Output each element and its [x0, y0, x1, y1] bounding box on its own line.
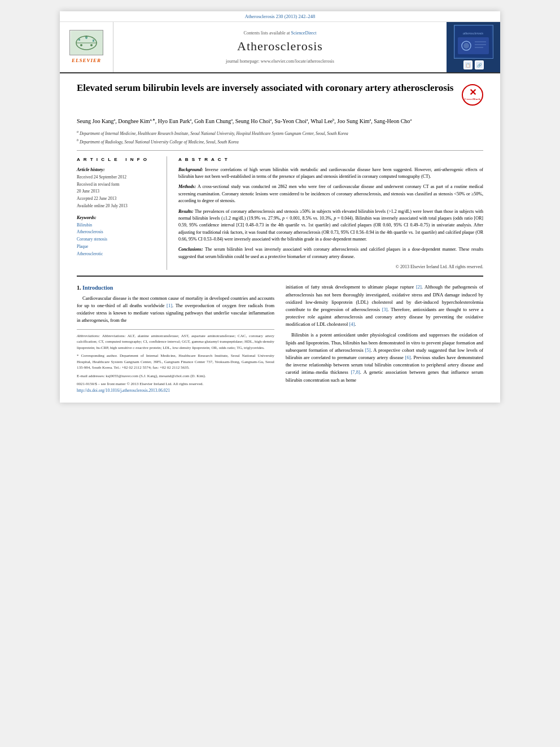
abstract-results: Results: The prevalences of coronary ath… — [178, 208, 483, 243]
keyword-coronary-stenosis[interactable]: Coronary stenosis — [77, 236, 160, 243]
science-direct-line: Contents lists available at ScienceDirec… — [244, 30, 317, 36]
elsevier-logo: ELSEVIER — [69, 30, 103, 64]
keywords-group: Keywords: Bilirubin Atherosclerosis Coro… — [77, 215, 160, 258]
article-info-column: A R T I C L E I N F O Article history: R… — [77, 156, 167, 270]
revised-date-2: 20 June 2013 — [77, 188, 160, 195]
crossmark-x: ✕ — [469, 88, 476, 97]
keywords-list: Bilirubin Atherosclerosis Coronary steno… — [77, 222, 160, 258]
journal-cover-area: atherosclerosis 📋 — [447, 22, 500, 72]
intro-para1: Cardiovascular disease is the most commo… — [77, 295, 274, 325]
received-date: Received 24 September 2012 — [77, 174, 160, 181]
crossmark-label: CrossMark — [465, 97, 481, 101]
intro-section-num: 1. Introduction — [77, 283, 274, 292]
svg-text:🔗: 🔗 — [476, 63, 482, 68]
body-section: 1. Introduction Cardiovascular disease i… — [77, 276, 483, 394]
article-info-header: A R T I C L E I N F O — [77, 156, 160, 163]
keywords-label: Keywords: — [77, 215, 160, 221]
svg-point-5 — [90, 44, 93, 46]
abstract-background: Background: Inverse correlations of high… — [178, 167, 483, 181]
affiliations: a Department of Internal Medicine, Healt… — [77, 129, 483, 145]
accepted-date: Accepted 22 June 2013 — [77, 195, 160, 203]
abstract-header: A B S T R A C T — [178, 156, 483, 163]
science-direct-link[interactable]: ScienceDirect — [291, 30, 317, 36]
keyword-atherosclerotic[interactable]: Atherosclerotic — [77, 251, 160, 258]
crossmark-badge: ✕ CrossMark — [462, 84, 483, 106]
abbrev-label: Abbreviations: — [77, 334, 100, 338]
issn-line: 0021-9150/$ – see front matter © 2013 El… — [77, 381, 274, 387]
ref-7-8[interactable]: [7,8] — [351, 369, 360, 375]
email-text: E-mail addresses: ksj0055@naver.com (S.J… — [77, 374, 206, 378]
journal-citation: Atherosclerosis 230 (2013) 242–248 — [245, 14, 315, 19]
authors-section: Seung Joo Kanga, Donghee Kima,∗, Hyo Eun… — [77, 117, 483, 126]
authors-text: Seung Joo Kanga, Donghee Kima,∗, Hyo Eun… — [77, 118, 412, 124]
intro-para3: Bilirubin is a potent antioxidant under … — [286, 331, 483, 383]
ref-2[interactable]: [2] — [416, 284, 422, 290]
corresponding-footnote: * Corresponding author. Department of In… — [77, 353, 274, 371]
ref-6[interactable]: [6] — [405, 355, 411, 360]
svg-text:atherosclerosis: atherosclerosis — [463, 32, 484, 35]
keyword-bilirubin[interactable]: Bilirubin — [77, 222, 160, 229]
body-two-col: 1. Introduction Cardiovascular disease i… — [77, 283, 483, 394]
elsevier-text: ELSEVIER — [72, 57, 101, 64]
keyword-plaque[interactable]: Plaque — [77, 243, 160, 251]
journal-homepage: journal homepage: www.elsevier.com/locat… — [226, 58, 334, 64]
page: Atherosclerosis 230 (2013) 242–248 ELSEV… — [60, 11, 500, 403]
journal-icons: 📋 🔗 — [463, 60, 484, 69]
svg-point-1 — [76, 36, 97, 50]
crossmark: ✕ CrossMark — [462, 84, 483, 106]
intro-section-title: Introduction — [82, 285, 113, 291]
main-content: Elevated serum bilirubin levels are inve… — [60, 73, 500, 403]
abbrev-text: Abbreviations: ALT, alanine aminotransfe… — [77, 334, 274, 350]
footnotes: Abbreviations: Abbreviations: ALT, alani… — [77, 329, 274, 379]
svg-point-4 — [80, 44, 82, 46]
abstract-conclusions: Conclusions: The serum bilirubin level w… — [178, 246, 483, 260]
svg-rect-8 — [458, 37, 489, 54]
body-left-col: 1. Introduction Cardiovascular disease i… — [77, 283, 274, 394]
affiliation-b: b Department of Radiology, Seoul Nationa… — [77, 138, 483, 145]
article-title: Elevated serum bilirubin levels are inve… — [77, 82, 456, 94]
journal-title: Atherosclerosis — [237, 38, 323, 55]
ref-1[interactable]: [1] — [167, 303, 172, 308]
ref-3[interactable]: [3] — [382, 307, 388, 312]
ref-5[interactable]: [5] — [365, 347, 371, 353]
ref-4[interactable]: [4] — [349, 321, 355, 327]
elsevier-image — [69, 30, 103, 55]
doi-link[interactable]: http://dx.doi.org/10.1016/j.atherosclero… — [77, 388, 170, 393]
journal-icon-1: 📋 — [463, 60, 473, 69]
journal-header: ELSEVIER Contents lists available at Sci… — [60, 22, 500, 73]
article-history: Article history: Received 24 September 2… — [77, 167, 160, 210]
svg-text:📋: 📋 — [465, 63, 470, 68]
online-date: Available online 20 July 2013 — [77, 203, 160, 210]
body-right-col: initiation of fatty streak development t… — [286, 283, 483, 394]
journal-icon-2: 🔗 — [475, 60, 484, 69]
copyright-line: © 2013 Elsevier Ireland Ltd. All rights … — [178, 264, 483, 270]
article-info-abstract: A R T I C L E I N F O Article history: R… — [77, 150, 483, 270]
abbreviations-footnote: Abbreviations: Abbreviations: ALT, alani… — [77, 333, 274, 351]
article-title-section: Elevated serum bilirubin levels are inve… — [77, 82, 483, 110]
corresponding-text: * Corresponding author. Department of In… — [77, 353, 274, 370]
revised-date: Received in revised form — [77, 181, 160, 189]
svg-rect-0 — [71, 31, 102, 55]
article-dates: Received 24 September 2012 Received in r… — [77, 174, 160, 210]
journal-cover-image: atherosclerosis — [454, 25, 493, 59]
svg-point-3 — [85, 36, 88, 38]
top-bar: Atherosclerosis 230 (2013) 242–248 — [60, 11, 500, 22]
affiliation-a: a Department of Internal Medicine, Healt… — [77, 129, 483, 137]
footer-issn: 0021-9150/$ – see front matter © 2013 El… — [77, 381, 274, 394]
history-label: Article history: — [77, 167, 160, 173]
publisher-logo-area: ELSEVIER — [60, 22, 113, 72]
journal-header-center: Contents lists available at ScienceDirec… — [113, 22, 447, 72]
abstract-column: A B S T R A C T Background: Inverse corr… — [178, 156, 483, 270]
email-footnote: E-mail addresses: ksj0055@naver.com (S.J… — [77, 373, 274, 379]
abstract-methods: Methods: A cross-sectional study was con… — [178, 184, 483, 204]
svg-point-10 — [463, 43, 469, 49]
intro-para2: initiation of fatty streak development t… — [286, 283, 483, 328]
keyword-atherosclerosis[interactable]: Atherosclerosis — [77, 229, 160, 236]
